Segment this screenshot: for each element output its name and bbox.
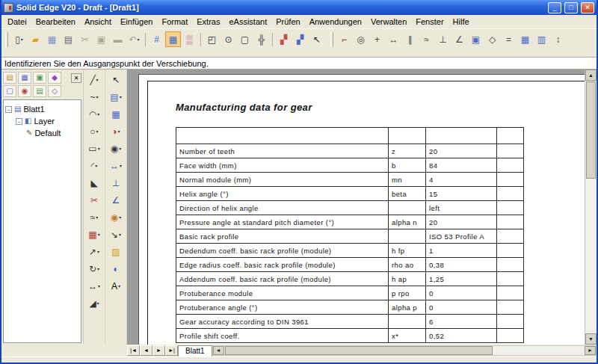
overview-panel-icon[interactable]: ▢ (3, 85, 16, 97)
titlebar[interactable]: Solid Edge V20 - Draft - [Draft1] _ □ ✕ (1, 0, 597, 15)
mirror-tool-icon[interactable]: ↔▾ (84, 278, 105, 294)
dropdown-arrow-icon[interactable]: ▾ (118, 129, 120, 134)
tree-label-layer[interactable]: Layer (34, 117, 55, 126)
menu-item-bearbeiten[interactable]: Bearbeiten (31, 16, 80, 28)
pattern-tool-icon[interactable]: ▦▾ (84, 226, 105, 242)
dropdown-arrow-icon[interactable]: ▾ (96, 129, 99, 134)
dropdown-arrow-icon[interactable]: ▾ (98, 283, 100, 289)
move-tool-icon[interactable]: ↗▾ (84, 244, 105, 259)
menu-item-fenster[interactable]: Fenster (411, 16, 448, 28)
new-document-icon[interactable]: ▯▾ (11, 31, 27, 47)
trim-tool-icon[interactable]: ✂ (84, 192, 105, 208)
menu-item-einfügen[interactable]: Einfügen (116, 16, 157, 28)
grid-display-icon[interactable]: # (149, 31, 164, 47)
tree-node-sheet[interactable]: - ▤ Blatt1 (5, 103, 79, 115)
arc-tool-icon[interactable]: ◠▾ (84, 106, 105, 122)
leader-tool-icon[interactable]: ↘▾ (106, 226, 126, 242)
collinear-icon[interactable]: ↔ (386, 31, 401, 47)
drawing-canvas[interactable]: Manufacturing data for gear Number of te… (127, 70, 585, 345)
symmetric-icon[interactable]: ◇ (484, 31, 500, 47)
chamfer-tool-icon[interactable]: ◣ (84, 175, 105, 191)
next-sheet-button[interactable]: ► (152, 345, 165, 356)
relationship-handles-icon[interactable]: ▥ (534, 31, 549, 47)
circle-tool-icon[interactable]: ○▾ (84, 123, 105, 139)
menu-item-prüfen[interactable]: Prüfen (271, 16, 304, 28)
grid-snap-icon[interactable]: ▦ (165, 31, 181, 47)
dropdown-arrow-icon[interactable]: ▾ (21, 37, 23, 42)
equal-curvature-icon[interactable]: ≈ (419, 31, 434, 47)
dropdown-arrow-icon[interactable]: ▾ (97, 111, 99, 117)
equal-icon[interactable]: = (501, 31, 517, 47)
alignment-icon[interactable]: ↕ (550, 31, 566, 47)
close-button[interactable]: ✕ (581, 2, 594, 13)
tree-node-layer[interactable]: - ◧ Layer (5, 115, 79, 127)
dimension-tool-icon[interactable]: ↔▾ (106, 158, 126, 173)
horizontal-scrollbar[interactable]: ◄ ► (212, 345, 597, 356)
coordinate-dimension-tool-icon[interactable]: ⊥ (106, 175, 126, 191)
angle-dimension-tool-icon[interactable]: ∠ (106, 192, 126, 208)
toolbar-grip[interactable] (5, 32, 8, 47)
menu-item-format[interactable]: Format (157, 16, 192, 28)
scroll-right-icon[interactable]: ► (585, 346, 596, 355)
maintain-relationships-icon[interactable]: ▦ (517, 31, 533, 47)
dropdown-arrow-icon[interactable]: ▾ (119, 215, 121, 220)
fill-tool-icon[interactable]: ▨ (106, 244, 126, 259)
dropdown-arrow-icon[interactable]: ▾ (98, 232, 100, 237)
vertical-scroll-track[interactable] (585, 179, 597, 333)
dropdown-arrow-icon[interactable]: ▾ (96, 77, 99, 82)
save-icon[interactable]: ▦ (44, 31, 60, 47)
print-icon[interactable]: ▤ (61, 31, 76, 47)
dropdown-arrow-icon[interactable]: ▾ (97, 266, 99, 271)
zoom-icon[interactable]: ⊙ (221, 31, 236, 47)
select-tool-icon[interactable]: ↖ (309, 31, 324, 47)
horizontal-scroll-track[interactable] (493, 346, 585, 355)
menu-item-ansicht[interactable]: Ansicht (80, 16, 116, 28)
shading-icon[interactable]: ▞ (276, 31, 292, 47)
menu-item-anwendungen[interactable]: Anwendungen (305, 16, 366, 28)
fit-icon[interactable]: ▢ (237, 31, 253, 47)
last-sheet-button[interactable]: ►| (165, 345, 178, 356)
menu-item-datei[interactable]: Datei (3, 16, 31, 28)
dropdown-arrow-icon[interactable]: ▾ (98, 146, 100, 151)
vertical-scroll-thumb[interactable] (586, 81, 596, 179)
sketches-panel-icon[interactable]: ▤ (33, 85, 46, 97)
tangent-icon[interactable]: ∠ (451, 31, 467, 47)
groups-panel-icon[interactable]: ▣ (33, 72, 46, 84)
rectangle-tool-icon[interactable]: ▭▾ (84, 141, 105, 156)
dropdown-arrow-icon[interactable]: ▾ (120, 163, 122, 168)
sheet-tab-blatt1[interactable]: Blatt1 (178, 345, 212, 357)
wireframe-icon[interactable]: ▞ (292, 31, 308, 47)
layers-panel-icon[interactable]: ▦ (18, 72, 31, 84)
dropdown-arrow-icon[interactable]: ▾ (120, 94, 122, 99)
drawing-view-tool-icon[interactable]: ▤▾ (106, 89, 126, 105)
concentric-icon[interactable]: ◎ (353, 31, 369, 47)
dropdown-arrow-icon[interactable]: ▾ (119, 232, 121, 237)
connect-icon[interactable]: ⌐ (336, 31, 352, 47)
dropdown-arrow-icon[interactable]: ▾ (96, 94, 99, 99)
section-view-tool-icon[interactable]: ◑▾ (106, 123, 126, 139)
panel-close-icon[interactable]: ✕ (71, 73, 81, 83)
balloon-tool-icon[interactable]: ◉▾ (106, 209, 126, 225)
maximize-button[interactable]: □ (564, 2, 578, 13)
dropdown-arrow-icon[interactable]: ▾ (95, 163, 97, 168)
color-tool-icon[interactable]: ◐ (106, 261, 126, 277)
first-sheet-button[interactable]: |◄ (127, 345, 140, 356)
toolbar-grip-2[interactable] (330, 32, 333, 47)
vertical-scrollbar[interactable]: ▲ ▼ (585, 70, 597, 345)
offset-tool-icon[interactable]: ≈▾ (84, 209, 105, 225)
grid-options-icon[interactable]: ▒ (182, 31, 197, 47)
tree-label-sheet[interactable]: Blatt1 (23, 105, 44, 114)
scale-tool-icon[interactable]: ◢▾ (84, 295, 105, 311)
midpoint-icon[interactable]: + (369, 31, 385, 47)
minimize-button[interactable]: _ (548, 2, 561, 13)
text-tool-icon[interactable]: A▾ (106, 278, 126, 294)
curve-tool-icon[interactable]: ~▾ (84, 89, 105, 105)
scroll-up-icon[interactable]: ▲ (585, 70, 597, 81)
dropdown-arrow-icon[interactable]: ▾ (97, 249, 99, 254)
dropdown-arrow-icon[interactable]: ▾ (119, 146, 121, 151)
parallel-icon[interactable]: ∥ (402, 31, 418, 47)
detail-view-tool-icon[interactable]: ◉▾ (106, 141, 126, 156)
horizontal-scroll-thumb[interactable] (225, 346, 493, 355)
lock-icon[interactable]: ▣ (468, 31, 484, 47)
rotate-tool-icon[interactable]: ↻▾ (84, 261, 105, 277)
